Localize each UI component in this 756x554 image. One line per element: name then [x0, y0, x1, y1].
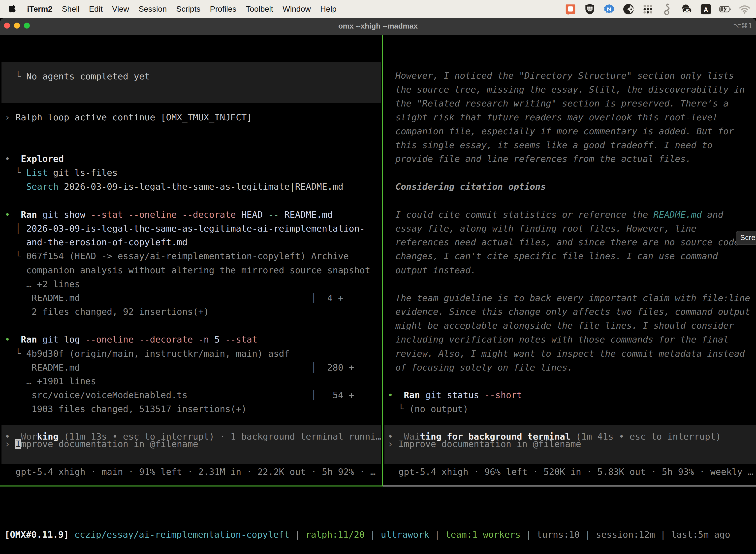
terminal-content: └ No agents completed yet› Ralph loop ac…: [0, 35, 756, 554]
terminal-line: The team guideline is to back every impo…: [395, 291, 750, 305]
menu-item-help[interactable]: Help: [315, 4, 341, 14]
terminal-line: │ 2026-03-09-is-legal-the-same-as-legiti…: [5, 222, 365, 235]
terminal-line: • Explored: [5, 152, 64, 166]
terminal-line: the source tree, missing the essay. Stil…: [395, 82, 745, 97]
terminal-line: README.md │ 4 +: [5, 291, 343, 305]
omx-status-bar: [OMX#0.11.9] cczip/essay/ai-reimplementa…: [0, 486, 756, 554]
omx-status-line: [OMX#0.11.9] cczip/essay/ai-reimplementa…: [4, 528, 730, 542]
terminal-line: src/voice/voiceModeEnabled.ts │ 54 +: [5, 388, 354, 402]
apple-logo-icon[interactable]: [7, 4, 19, 14]
input-source-label: A: [704, 6, 708, 13]
terminal-line: └ List git ls-files: [5, 166, 118, 180]
menu-item-edit[interactable]: Edit: [84, 4, 107, 14]
input-source-icon[interactable]: A: [700, 3, 712, 15]
terminal-line: └ No agents completed yet: [5, 69, 150, 84]
battery-percent-badge-icon[interactable]: ..61: [681, 3, 693, 15]
bolt-badge-icon[interactable]: [603, 3, 615, 15]
squiggle-icon[interactable]: [661, 3, 673, 15]
terminal-line: references need actual files, and since …: [395, 235, 739, 249]
prompt-input-text: › Improve documentation in @filename: [5, 437, 198, 451]
terminal-line: • Ran git status --short: [388, 388, 522, 402]
chat-badge-icon[interactable]: [565, 3, 576, 15]
terminal-line: output instead.: [395, 263, 476, 277]
terminal-line: gpt-5.4 xhigh · main · 91% left · 2.31M …: [5, 465, 376, 479]
menu-item-window[interactable]: Window: [278, 4, 315, 14]
pane-divider-vertical[interactable]: [382, 35, 383, 487]
terminal-line: 2 files changed, 92 insertions(+): [5, 305, 209, 319]
terminal-line: evidence. Since this change only affects…: [395, 305, 750, 319]
terminal-line: essay file, along with finding root file…: [395, 222, 696, 235]
terminal-line: the "Related research writing" section i…: [395, 97, 729, 110]
terminal-line: └ 4b9d30f (origin/main, instructkr/main,…: [5, 347, 290, 361]
battery-charging-icon[interactable]: [719, 3, 731, 15]
menu-bar-left: iTerm2ShellEditViewSessionScriptsProfile…: [0, 4, 341, 14]
menu-bar: iTerm2ShellEditViewSessionScriptsProfile…: [0, 0, 756, 18]
window-title: omx --xhigh --madmax: [0, 18, 756, 35]
terminal-line: gpt-5.4 xhigh · 96% left · 520K in · 5.8…: [388, 465, 753, 479]
terminal-line: Search 2026-03-09-is-legal-the-same-as-l…: [5, 180, 343, 193]
menu-item-shell[interactable]: Shell: [57, 4, 84, 14]
terminal-line: changes, I can't cite specific file line…: [395, 249, 718, 263]
tmux-pane-left: └ No agents completed yet› Ralph loop ac…: [0, 35, 382, 486]
terminal-line: might be acceptable alongside the file l…: [395, 319, 734, 333]
terminal-line: … +2 lines: [5, 277, 80, 291]
terminal-line: • Ran git log --oneline --decorate -n 5 …: [5, 333, 257, 346]
menu-item-profiles[interactable]: Profiles: [205, 4, 241, 14]
terminal-line: slight risk that future readers may over…: [395, 110, 718, 124]
terminal-line: companion analysis without altering the …: [5, 263, 370, 277]
terminal-line: provide file and line references from th…: [395, 152, 691, 166]
terminal-line: └ 067f154 (HEAD -> essay/ai-reimplementa…: [5, 249, 349, 263]
window-shortcut-badge: ⌥⌘1: [733, 18, 753, 35]
terminal-line: 1903 files changed, 513517 insertions(+): [5, 402, 247, 416]
tmux-pane-right: However, I noticed the "Directory Struct…: [383, 35, 756, 486]
wifi-icon[interactable]: [739, 3, 751, 15]
terminal-line: and-the-erosion-of-copyleft.md: [5, 235, 188, 249]
terminal-line: However, I noticed the "Directory Struct…: [395, 69, 734, 82]
menu-item-iterm2[interactable]: iTerm2: [22, 4, 57, 14]
terminal-line: this single essay, it seems like a good …: [395, 138, 712, 152]
terminal-line: including verification notes with those …: [395, 333, 729, 346]
terminal-line: companion file, especially if more comme…: [395, 124, 734, 138]
terminal-line: review. Also, I might want to inspect th…: [395, 347, 745, 361]
menu-bar-status-icons: ..61 A: [565, 3, 756, 15]
screen-edge-tooltip: Scre: [736, 231, 756, 245]
menu-item-scripts[interactable]: Scripts: [171, 4, 205, 14]
terminal-line: I could cite commit statistics or refere…: [395, 208, 723, 222]
terminal-line: of focusing solely on file lines.: [395, 361, 573, 375]
terminal-line: … +1901 lines: [5, 374, 96, 388]
menu-item-toolbelt[interactable]: Toolbelt: [241, 4, 278, 14]
menu-item-view[interactable]: View: [107, 4, 134, 14]
terminal-line: • Ran git show --stat --oneline --decora…: [5, 208, 333, 222]
prompt-input-text: › Improve documentation in @filename: [388, 437, 581, 451]
dots-grid-icon[interactable]: [642, 3, 654, 15]
terminal-line: Considering citation options: [395, 180, 546, 193]
terminal-line: └ (no output): [388, 402, 468, 416]
terminal-line: README.md │ 280 +: [5, 361, 354, 375]
circle-chevron-icon[interactable]: [623, 3, 634, 15]
menu-item-session[interactable]: Session: [134, 4, 172, 14]
shield-grid-icon[interactable]: [584, 3, 596, 15]
terminal-line: › Ralph loop active continue [OMX_TMUX_I…: [5, 110, 252, 124]
battery-percent-label: ..61: [684, 8, 690, 12]
